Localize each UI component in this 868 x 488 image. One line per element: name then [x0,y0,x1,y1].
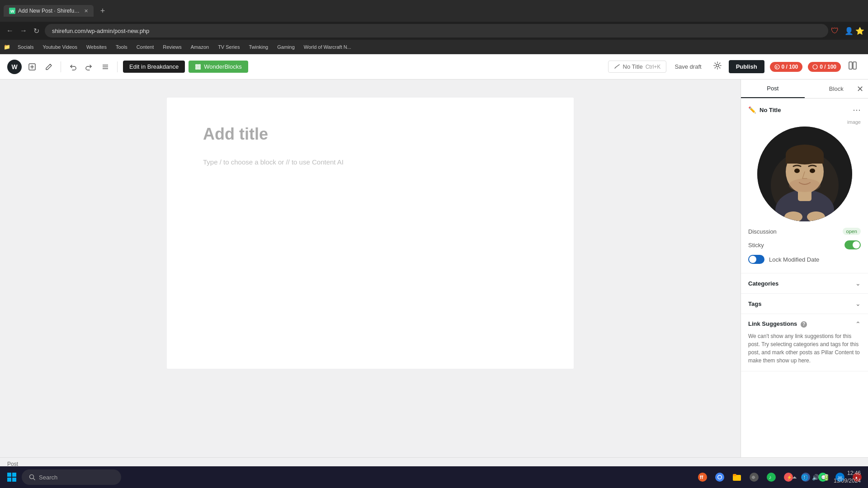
bookmark-reviews[interactable]: Reviews [159,43,185,51]
bookmark-gaming[interactable]: Gaming [274,43,298,51]
editor-body: Add title Type / to choose a block or //… [0,80,868,457]
no-title-button[interactable]: No Title Ctrl+K [608,61,667,73]
toolbar-separator-1 [61,61,61,72]
svg-rect-17 [853,62,856,69]
sidebar-tabs: Post Block ✕ [741,80,868,99]
post-editor: Add title Type / to choose a block or //… [167,98,574,369]
back-button[interactable]: ← [4,25,16,37]
taskbar: Search ff ☸ ♪ ⚡ f 💬 W ♦ [0,466,868,470]
address-bar[interactable] [45,24,828,38]
pencil-icon: ✏️ [748,106,756,113]
system-tray: ⏶ 🌐 🔊 🔋 12:46 13/09/2024 [792,469,861,470]
sidebar-title: No Title [760,107,781,113]
bookmarks-bar: 📁 Socials Youtube Videos Websites Tools … [0,40,868,54]
view-button[interactable] [710,60,725,74]
categories-header[interactable]: Categories ⌄ [748,280,861,287]
wp-logo[interactable]: W [7,60,22,74]
wp-toolbar: W Edit in Breakdance WonderBlocks No Tit… [0,54,868,80]
sidebar-close-button[interactable]: ✕ [857,84,863,94]
bookmark-socials[interactable]: Socials [14,43,37,51]
forward-button[interactable]: → [17,25,30,37]
discussion-status: open [843,228,861,235]
bookmark-wow[interactable]: World of Warcraft N... [300,43,355,51]
categories-section: Categories ⌄ [741,273,868,294]
browser-chrome: W Add New Post · Shirefun — Wo... ✕ + [0,0,868,22]
sidebar: Post Block ✕ ✏️ No Title ⋯ image [741,80,868,457]
tags-title: Tags [748,300,761,307]
help-icon: ? [801,321,807,328]
keyboard-hint: Ctrl+K [646,64,661,70]
sidebar-header: ✏️ No Title ⋯ [748,105,861,115]
tags-chevron-icon: ⌄ [855,300,861,307]
avatar-svg [757,127,852,221]
post-title[interactable]: Add title [203,125,538,144]
nav-controls: ← → ↻ [4,25,42,37]
tab-title: Add New Post · Shirefun — Wo... [18,8,81,14]
bookmark-twinking[interactable]: Twinking [245,43,272,51]
tab-favicon: W [9,8,15,14]
svg-point-27 [810,169,815,173]
svg-rect-11 [198,67,201,70]
lock-modified-row: Lock Modified Date [748,252,861,267]
publish-button[interactable]: Publish [729,60,764,73]
toolbar-separator-2 [117,61,118,72]
time-display[interactable]: 12:46 13/09/2024 [834,469,861,470]
svg-point-28 [789,178,821,192]
undo-button[interactable] [66,61,79,73]
bookmark-amazon[interactable]: Amazon [187,43,212,51]
link-suggestions-text: We can't show any link suggestions for t… [748,332,861,365]
featured-image-area: image [748,119,861,221]
categories-chevron-icon: ⌄ [855,280,861,287]
edit-pen-button[interactable] [42,61,55,73]
bookmark-youtube[interactable]: Youtube Videos [39,43,80,51]
save-draft-button[interactable]: Save draft [670,61,706,73]
sidebar-no-title-section: ✏️ No Title ⋯ image [741,99,868,273]
list-view-button[interactable] [99,61,112,73]
sticky-toggle[interactable] [844,240,861,249]
svg-point-26 [794,169,800,173]
more-options-button[interactable]: ⋯ [853,105,861,115]
reload-button[interactable]: ↻ [31,25,42,37]
tab-close-button[interactable]: ✕ [84,8,88,14]
lock-modified-toggle[interactable] [748,255,764,264]
svg-rect-25 [786,155,824,164]
profile-icon: 👤 [844,27,854,35]
svg-point-15 [813,65,817,69]
svg-point-12 [716,64,719,67]
tags-section: Tags ⌄ [741,294,868,314]
readability-score-badge[interactable]: 0 / 100 [808,62,841,72]
wonderblocks-button[interactable]: WonderBlocks [189,61,248,73]
bookmark-tools[interactable]: Tools [112,43,131,51]
bookmark-content[interactable]: Content [133,43,158,51]
svg-text:W: W [10,9,14,14]
start-button[interactable] [4,469,20,470]
link-suggestions-chevron-icon: ⌃ [855,320,861,328]
svg-rect-8 [195,64,198,67]
new-tab-button[interactable]: + [96,5,109,17]
add-block-button[interactable] [25,60,39,74]
svg-rect-9 [198,64,201,67]
svg-rect-10 [195,67,198,70]
bookmark-websites[interactable]: Websites [83,43,110,51]
browser-tab[interactable]: W Add New Post · Shirefun — Wo... ✕ [4,5,94,17]
post-body-placeholder[interactable]: Type / to choose a block or // to use Co… [203,158,538,166]
extension-icons: 🛡 👤 ⭐ [831,26,864,36]
featured-image-preview[interactable] [757,127,852,221]
bookmark-tv-series[interactable]: TV Series [214,43,243,51]
clock-time: 12:46 [834,469,861,470]
discussion-row: Discussion open [748,225,861,238]
tab-post[interactable]: Post [741,80,805,98]
lock-modified-label: Lock Modified Date [769,256,819,263]
link-suggestions-header[interactable]: Link Suggestions ? ⌃ [748,320,861,328]
redo-button[interactable] [83,61,95,73]
breakdance-button[interactable]: Edit in Breakdance [123,61,185,73]
sidebar-toggle-button[interactable] [844,59,861,74]
discussion-label: Discussion [748,228,777,235]
bookmarks-folder-icon: 📁 [4,44,10,50]
svg-text:0: 0 [776,66,778,69]
bookmark-star-icon: ⭐ [855,27,864,35]
taskbar-search[interactable]: Search [22,469,121,470]
seo-score-badge[interactable]: 0 0 / 100 [770,62,803,72]
tags-header[interactable]: Tags ⌄ [748,300,861,307]
editor-canvas: Add title Type / to choose a block or //… [0,80,741,457]
